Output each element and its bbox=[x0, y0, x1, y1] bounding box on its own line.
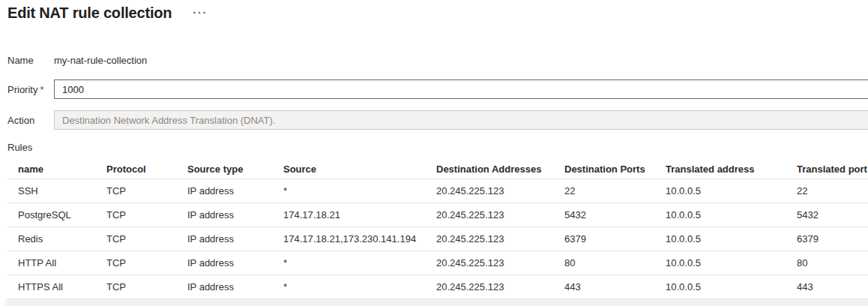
table-cell[interactable]: 174.17.18.21 bbox=[273, 203, 426, 227]
priority-input[interactable] bbox=[54, 80, 868, 99]
blade-header: Edit NAT rule collection ··· bbox=[7, 0, 868, 22]
page-title: Edit NAT rule collection bbox=[7, 4, 172, 22]
table-cell[interactable]: HTTP All bbox=[7, 251, 96, 275]
table-cell[interactable]: Redis bbox=[7, 227, 96, 251]
column-header: Destination Ports bbox=[554, 159, 655, 179]
table-cell[interactable]: 22 bbox=[554, 179, 655, 203]
table-row[interactable]: PostgreSQLTCPIP address174.17.18.2120.24… bbox=[7, 203, 868, 227]
name-field-row: Name my-nat-rule-collection bbox=[7, 54, 868, 66]
table-cell[interactable]: TCP bbox=[96, 251, 177, 275]
rules-table: nameProtocolSource typeSourceDestination… bbox=[7, 159, 868, 299]
table-cell[interactable]: 174.17.18.21,173.230.141.194 bbox=[273, 227, 426, 251]
column-header: name bbox=[7, 159, 96, 179]
table-cell[interactable]: * bbox=[273, 275, 426, 299]
column-header: Translated port bbox=[786, 159, 868, 179]
table-cell[interactable]: IP address bbox=[177, 179, 273, 203]
table-cell[interactable]: 6379 bbox=[554, 227, 655, 251]
table-cell[interactable]: 20.245.225.123 bbox=[426, 179, 554, 203]
required-marker: * bbox=[37, 84, 43, 95]
table-cell[interactable]: 20.245.225.123 bbox=[426, 227, 554, 251]
action-label: Action bbox=[7, 115, 54, 126]
table-cell[interactable]: TCP bbox=[96, 179, 177, 203]
table-cell[interactable]: 443 bbox=[786, 275, 868, 299]
table-cell[interactable]: TCP bbox=[96, 275, 177, 299]
table-cell[interactable]: IP address bbox=[177, 227, 273, 251]
table-cell[interactable]: 5432 bbox=[786, 203, 868, 227]
action-input-wrap bbox=[54, 110, 868, 130]
table-row[interactable]: HTTP AllTCPIP address*20.245.225.1238010… bbox=[7, 251, 868, 275]
name-value: my-nat-rule-collection bbox=[54, 55, 147, 66]
priority-input-wrap bbox=[54, 80, 868, 99]
table-row[interactable]: HTTPS AllTCPIP address*20.245.225.123443… bbox=[7, 275, 868, 299]
priority-label: Priority* bbox=[7, 84, 54, 95]
column-header: Source type bbox=[177, 159, 273, 179]
table-cell[interactable]: 10.0.0.5 bbox=[655, 251, 786, 275]
priority-field-row: Priority* bbox=[7, 80, 868, 99]
action-field-row: Action bbox=[7, 110, 868, 130]
column-header: Destination Addresses bbox=[426, 159, 554, 179]
table-cell[interactable]: TCP bbox=[96, 203, 177, 227]
table-cell[interactable]: * bbox=[273, 251, 426, 275]
table-row[interactable]: RedisTCPIP address174.17.18.21,173.230.1… bbox=[7, 227, 868, 251]
table-cell[interactable]: 80 bbox=[554, 251, 655, 275]
table-cell[interactable]: TCP bbox=[96, 227, 177, 251]
table-cell[interactable]: 20.245.225.123 bbox=[426, 275, 554, 299]
table-cell[interactable]: 443 bbox=[554, 275, 655, 299]
table-cell[interactable]: IP address bbox=[177, 251, 273, 275]
table-cell[interactable]: 6379 bbox=[786, 227, 868, 251]
name-label: Name bbox=[7, 55, 54, 66]
rules-section-label: Rules bbox=[7, 142, 868, 154]
table-cell[interactable]: PostgreSQL bbox=[7, 203, 96, 227]
table-cell[interactable]: 10.0.0.5 bbox=[655, 203, 786, 227]
table-cell[interactable]: HTTPS All bbox=[7, 275, 96, 299]
priority-label-text: Priority bbox=[7, 84, 37, 95]
table-cell[interactable]: IP address bbox=[177, 203, 273, 227]
table-cell[interactable]: 20.245.225.123 bbox=[426, 251, 554, 275]
rules-table-body: SSHTCPIP address*20.245.225.1232210.0.0.… bbox=[7, 179, 868, 299]
table-cell[interactable]: SSH bbox=[7, 179, 96, 203]
table-cell[interactable]: 10.0.0.5 bbox=[655, 275, 786, 299]
more-icon[interactable]: ··· bbox=[193, 9, 208, 16]
table-cell[interactable]: 10.0.0.5 bbox=[655, 227, 786, 251]
rules-header-row: nameProtocolSource typeSourceDestination… bbox=[7, 159, 868, 179]
table-next-row-partial bbox=[5, 299, 868, 306]
table-cell[interactable]: 10.0.0.5 bbox=[655, 179, 786, 203]
table-cell[interactable]: IP address bbox=[177, 275, 273, 299]
column-header: Source bbox=[273, 159, 426, 179]
column-header: Protocol bbox=[96, 159, 177, 179]
table-row[interactable]: SSHTCPIP address*20.245.225.1232210.0.0.… bbox=[7, 179, 868, 203]
action-input bbox=[54, 110, 868, 130]
column-header: Translated address bbox=[655, 159, 786, 179]
table-cell[interactable]: * bbox=[273, 179, 426, 203]
table-cell[interactable]: 5432 bbox=[554, 203, 655, 227]
table-cell[interactable]: 22 bbox=[786, 179, 868, 203]
edit-nat-rule-collection-blade: Edit NAT rule collection ··· Name my-nat… bbox=[0, 0, 868, 306]
table-cell[interactable]: 80 bbox=[786, 251, 868, 275]
table-cell[interactable]: 20.245.225.123 bbox=[426, 203, 554, 227]
